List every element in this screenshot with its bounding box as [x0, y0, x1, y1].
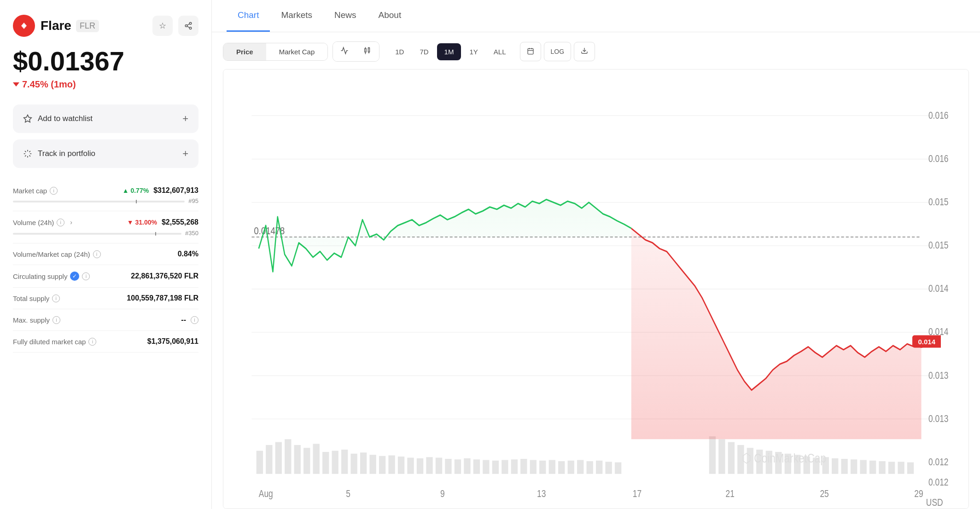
watchlist-label: Add to watchlist — [38, 114, 93, 123]
line-view-button[interactable] — [333, 42, 356, 61]
svg-rect-48 — [426, 457, 432, 474]
time-all-button[interactable]: ALL — [486, 43, 513, 60]
tab-about[interactable]: About — [368, 0, 413, 32]
volume-expand-icon[interactable]: › — [67, 218, 75, 227]
coin-name-wrap: Flare FLR — [41, 18, 99, 33]
portfolio-plus-icon: + — [182, 148, 188, 160]
svg-rect-43 — [379, 456, 385, 474]
market-cap-rank: #95 — [188, 197, 198, 204]
time-1d-button[interactable]: 1D — [388, 43, 411, 60]
left-panel: Flare FLR ☆ $0.01367 7.45% (1mo) Add to … — [0, 0, 212, 509]
svg-rect-8 — [365, 49, 366, 52]
volume-label: Volume (24h) i › — [13, 218, 75, 227]
tabs-bar: Chart Markets News About — [212, 0, 980, 32]
time-1m-button[interactable]: 1M — [437, 43, 461, 60]
tab-news[interactable]: News — [323, 0, 368, 32]
max-supply-value: -- — [181, 316, 186, 324]
max-supply-extra-info-icon[interactable]: i — [191, 316, 198, 324]
svg-rect-11 — [368, 48, 370, 52]
market-cap-row: Market cap i ▲ 0.77% $312,607,913 #95 — [13, 180, 198, 211]
fully-diluted-row: Fully diluted market cap i $1,375,060,91… — [13, 331, 198, 353]
chart-extra-buttons: LOG — [520, 42, 595, 61]
svg-rect-54 — [483, 460, 489, 474]
svg-rect-61 — [549, 460, 555, 474]
chart-container: 0.01478 — [223, 69, 969, 509]
total-supply-row: Total supply i 100,559,787,198 FLR — [13, 288, 198, 309]
market-cap-type-button[interactable]: Market Cap — [266, 43, 328, 60]
svg-rect-59 — [530, 460, 537, 474]
circulating-supply-info-icon[interactable]: i — [82, 272, 90, 280]
coin-logo — [13, 15, 35, 37]
total-supply-info-icon[interactable]: i — [52, 295, 60, 302]
market-cap-bar — [13, 201, 185, 202]
time-1y-button[interactable]: 1Y — [462, 43, 485, 60]
svg-rect-55 — [492, 461, 499, 474]
time-7d-button[interactable]: 7D — [412, 43, 436, 60]
svg-rect-42 — [369, 455, 376, 474]
svg-rect-36 — [313, 444, 320, 474]
svg-rect-39 — [341, 450, 348, 474]
volume-info-icon[interactable]: i — [57, 219, 64, 226]
market-cap-value: $312,607,913 — [153, 186, 198, 195]
svg-rect-57 — [511, 459, 518, 474]
svg-rect-71 — [728, 442, 735, 474]
volume-bar-indicator — [155, 232, 156, 236]
time-buttons: 1D 7D 1M 1Y ALL — [388, 43, 513, 60]
coin-actions: ☆ — [152, 16, 198, 36]
svg-rect-30 — [257, 451, 263, 474]
svg-rect-52 — [464, 458, 470, 474]
volume-change: ▼ 31.00% — [127, 219, 157, 226]
fully-diluted-info-icon[interactable]: i — [88, 338, 96, 346]
calendar-icon — [527, 47, 534, 55]
candle-view-button[interactable] — [356, 42, 379, 61]
svg-rect-34 — [294, 445, 301, 474]
download-button[interactable] — [574, 42, 595, 61]
svg-line-6 — [187, 24, 189, 25]
price-type-button[interactable]: Price — [223, 43, 266, 60]
max-supply-row: Max. supply i -- i — [13, 309, 198, 331]
watchlist-button[interactable]: Add to watchlist + — [13, 104, 198, 133]
svg-text:25: 25 — [820, 488, 829, 499]
chart-canvas[interactable]: 0.01478 — [223, 69, 969, 509]
svg-line-5 — [187, 26, 189, 28]
coin-name: Flare — [41, 18, 71, 33]
svg-rect-47 — [417, 458, 423, 474]
svg-text:0.016: 0.016 — [928, 110, 949, 121]
svg-rect-35 — [303, 448, 310, 474]
svg-rect-45 — [398, 457, 404, 474]
svg-rect-70 — [718, 439, 725, 474]
share-button[interactable] — [178, 16, 198, 36]
flare-logo-icon — [18, 19, 30, 32]
price-change-value: 7.45% (1mo) — [22, 79, 76, 90]
svg-text:0.012: 0.012 — [928, 456, 949, 467]
portfolio-button[interactable]: Track in portfolio + — [13, 139, 198, 168]
current-price-badge: 0.014 — [912, 335, 941, 348]
max-supply-info-icon[interactable]: i — [52, 316, 60, 324]
calendar-button[interactable] — [520, 42, 541, 61]
chart-controls: Price Market Cap 1D 7D — [223, 41, 969, 62]
portfolio-label: Track in portfolio — [38, 149, 95, 158]
svg-text:0.014: 0.014 — [928, 283, 949, 294]
svg-rect-33 — [285, 439, 291, 474]
svg-text:9: 9 — [440, 488, 445, 499]
svg-point-4 — [189, 27, 192, 29]
coin-header: Flare FLR ☆ — [13, 15, 198, 37]
svg-text:0.016: 0.016 — [928, 153, 949, 164]
svg-rect-82 — [832, 458, 838, 474]
svg-rect-14 — [528, 48, 533, 54]
svg-rect-86 — [869, 461, 876, 474]
svg-rect-60 — [539, 461, 546, 474]
volume-market-cap-value: 0.84% — [178, 250, 198, 258]
svg-rect-50 — [445, 459, 451, 474]
svg-text:Aug: Aug — [259, 488, 273, 499]
market-cap-info-icon[interactable]: i — [50, 187, 58, 195]
svg-rect-38 — [332, 451, 338, 474]
download-icon — [581, 47, 588, 54]
line-chart-icon — [340, 46, 349, 55]
volume-market-cap-info-icon[interactable]: i — [93, 250, 101, 258]
svg-rect-62 — [558, 461, 565, 474]
log-button[interactable]: LOG — [544, 42, 572, 61]
tab-markets[interactable]: Markets — [270, 0, 323, 32]
tab-chart[interactable]: Chart — [227, 0, 270, 32]
star-button[interactable]: ☆ — [152, 16, 173, 36]
